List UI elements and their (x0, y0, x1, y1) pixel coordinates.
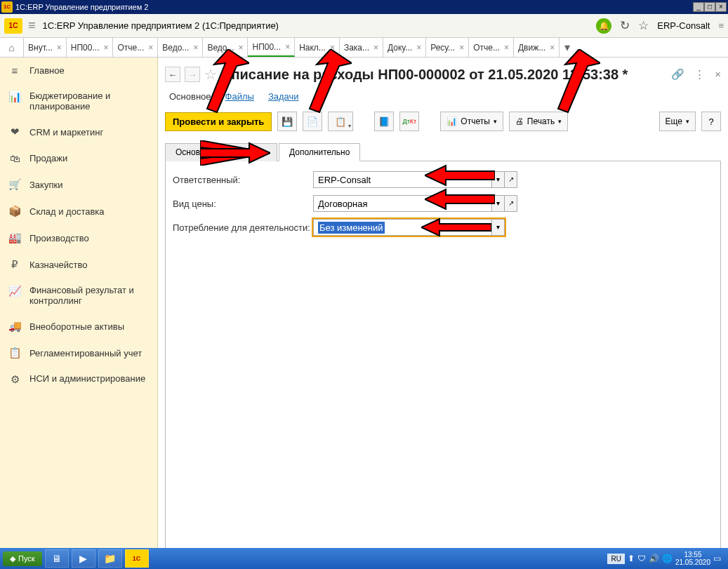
form-tab-additional[interactable]: Дополнительно (279, 143, 360, 161)
user-menu-icon[interactable]: ≡ (718, 20, 724, 31)
header-title: 1С:ERP Управление предприятием 2 (1С:Пре… (43, 20, 279, 31)
close-icon[interactable]: × (148, 43, 153, 53)
sidebar-item-warehouse[interactable]: 📦Склад и доставка (0, 198, 157, 225)
tray-icon[interactable]: 🔊 (649, 554, 659, 563)
taskbar-app-1[interactable]: 🖥 (45, 549, 69, 568)
tab-9[interactable]: Ресу...× (426, 38, 469, 57)
sidebar-item-assets[interactable]: 🚚Внеоборотные активы (0, 313, 157, 340)
user-name[interactable]: ERP-Consalt (657, 20, 710, 31)
close-icon[interactable]: × (550, 43, 555, 53)
tab-11[interactable]: Движ...× (514, 38, 560, 57)
print-button[interactable]: 🖨Печать▾ (509, 112, 568, 131)
responsible-input[interactable]: ERP-Consalt (313, 171, 492, 188)
close-icon[interactable]: × (504, 43, 509, 53)
sublink-tasks[interactable]: Задачи (268, 91, 299, 102)
create-based-on-button[interactable]: 📋 (328, 112, 353, 131)
post-button[interactable]: 📄 (303, 112, 322, 131)
navigation-sidebar: ≡Главное 📊Бюджетирование и планирование … (0, 58, 158, 568)
close-icon[interactable]: × (193, 43, 198, 53)
maximize-button[interactable]: □ (704, 2, 715, 12)
document-toolbar: Провести и закрыть 💾 📄 📋 📘 ДтКт 📊Отчеты▾… (165, 112, 721, 140)
kebab-icon[interactable]: ⋮ (694, 68, 705, 81)
consumption-input[interactable]: Без изменений (313, 219, 492, 236)
favorites-icon[interactable]: ☆ (638, 18, 649, 33)
close-icon[interactable]: × (103, 43, 108, 53)
close-icon[interactable]: × (459, 43, 464, 53)
link-icon[interactable]: 🔗 (671, 68, 684, 81)
close-icon[interactable]: × (238, 43, 243, 53)
tab-8[interactable]: Доку...× (383, 38, 426, 57)
form-body: Ответственный: ERP-Consalt ▾ ↗ Вид цены:… (165, 161, 721, 562)
tabs-overflow-icon[interactable]: ▾ (560, 38, 575, 57)
clipboard-icon: 📋 (8, 347, 21, 359)
home-icon: ≡ (8, 65, 21, 76)
home-tab[interactable]: ⌂ (0, 38, 24, 57)
close-icon[interactable]: × (373, 43, 378, 53)
post-and-close-button[interactable]: Провести и закрыть (165, 112, 272, 131)
sublink-files[interactable]: Файлы (225, 91, 254, 102)
tab-0[interactable]: Внут...× (24, 38, 67, 57)
tray-icon[interactable]: ⬆ (628, 554, 635, 563)
close-document-button[interactable]: × (715, 68, 721, 81)
show-desktop[interactable]: ▭ (713, 554, 721, 563)
close-icon[interactable]: × (285, 42, 290, 52)
tab-10[interactable]: Отче...× (469, 38, 514, 57)
taskbar-app-3[interactable]: 📁 (98, 549, 122, 568)
save-button[interactable]: 💾 (277, 112, 297, 131)
back-button[interactable]: ← (165, 67, 180, 82)
doc-icon-button[interactable]: 📘 (374, 112, 394, 131)
app-logo-icon: 1C (4, 18, 22, 34)
dropdown-icon[interactable]: ▾ (492, 171, 505, 188)
tray-icon[interactable]: 🛡 (637, 554, 646, 563)
menu-burger-icon[interactable]: ≡ (28, 18, 36, 33)
tab-6[interactable]: Накл...× (295, 38, 340, 57)
history-icon[interactable]: ↻ (620, 18, 630, 33)
help-button[interactable]: ? (701, 112, 721, 131)
tab-5[interactable]: НП00...× (248, 38, 295, 57)
sidebar-item-main[interactable]: ≡Главное (0, 58, 157, 83)
sidebar-item-crm[interactable]: ❤CRM и маркетинг (0, 119, 157, 145)
consumption-label: Потребление для деятельности: (173, 222, 313, 233)
open-ref-icon[interactable]: ↗ (505, 171, 517, 188)
open-ref-icon[interactable]: ↗ (505, 195, 517, 212)
tab-7[interactable]: Зака...× (340, 38, 383, 57)
dtkt-button[interactable]: ДтКт (399, 112, 419, 131)
taskbar-app-1c[interactable]: 1C (125, 549, 149, 568)
tab-2[interactable]: Отче...× (113, 38, 158, 57)
sidebar-item-budgeting[interactable]: 📊Бюджетирование и планирование (0, 83, 157, 119)
factory-icon: 🏭 (8, 232, 21, 244)
dropdown-icon[interactable]: ▾ (492, 195, 505, 212)
sidebar-item-finance[interactable]: 📈Финансовый результат и контроллинг (0, 278, 157, 313)
close-icon[interactable]: × (416, 43, 421, 53)
close-icon[interactable]: × (57, 43, 62, 53)
taskbar-app-2[interactable]: ▶ (72, 549, 95, 568)
forward-button[interactable]: → (185, 67, 200, 82)
sidebar-item-admin[interactable]: ⚙НСИ и администрирование (0, 366, 157, 393)
tab-4[interactable]: Ведо...× (203, 38, 248, 57)
language-indicator[interactable]: RU (607, 554, 624, 564)
tray-icon[interactable]: 🌐 (662, 554, 673, 563)
sidebar-item-sales[interactable]: 🛍Продажи (0, 145, 157, 171)
tab-1[interactable]: НП00...× (67, 38, 114, 57)
close-icon[interactable]: × (330, 43, 335, 53)
sidebar-item-production[interactable]: 🏭Производство (0, 225, 157, 251)
more-button[interactable]: Еще▾ (659, 112, 696, 131)
form-tab-main[interactable]: Основное (165, 143, 277, 161)
document-sublinks: Основное Файлы Задачи (165, 90, 721, 112)
reports-button[interactable]: 📊Отчеты▾ (440, 112, 503, 131)
star-icon[interactable]: ☆ (204, 66, 217, 83)
sublink-main[interactable]: Основное (169, 91, 211, 102)
sidebar-item-accounting[interactable]: 📋Регламентированный учет (0, 340, 157, 366)
notifications-icon[interactable]: 🔔 (596, 18, 611, 34)
gear-icon: ⚙ (8, 373, 21, 386)
close-window-button[interactable]: × (715, 2, 727, 12)
dropdown-icon[interactable]: ▾ (492, 219, 505, 236)
price-type-input[interactable]: Договорная (313, 195, 492, 212)
sidebar-item-treasury[interactable]: ₽Казначейство (0, 251, 157, 278)
heart-icon: ❤ (8, 126, 21, 138)
sidebar-item-purchases[interactable]: 🛒Закупки (0, 171, 157, 198)
clock[interactable]: 13:55 21.05.2020 (675, 551, 710, 566)
start-button[interactable]: ◆Пуск (3, 551, 42, 566)
tab-3[interactable]: Ведо...× (158, 38, 203, 57)
minimize-button[interactable]: _ (693, 2, 704, 12)
